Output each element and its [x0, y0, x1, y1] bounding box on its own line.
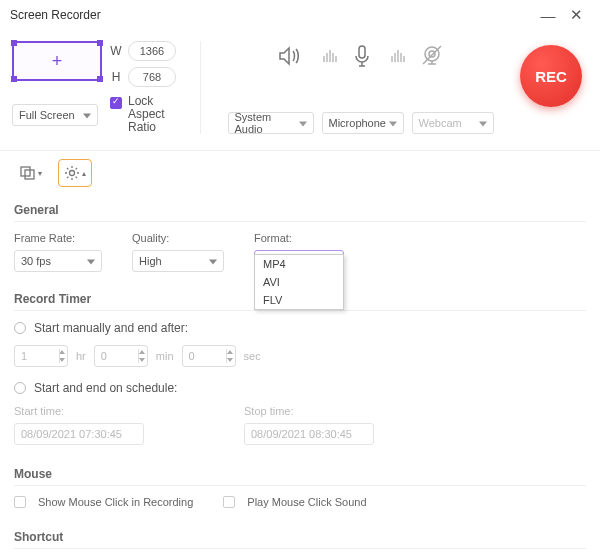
- section-shortcut: Shortcut: [14, 522, 586, 549]
- svg-point-6: [70, 171, 75, 176]
- sec-unit: sec: [244, 350, 261, 362]
- quality-select[interactable]: High: [132, 250, 224, 272]
- capture-mode-select[interactable]: Full Screen: [12, 104, 98, 126]
- click-sound-checkbox[interactable]: [223, 496, 235, 508]
- seconds-input[interactable]: 0: [182, 345, 236, 367]
- hours-input[interactable]: 1: [14, 345, 68, 367]
- microphone-select[interactable]: Microphone: [322, 112, 404, 134]
- format-option-avi[interactable]: AVI: [255, 273, 343, 291]
- top-panel: + W H Full Screen Lock Aspect Ratio Syst…: [0, 31, 600, 151]
- start-time-label: Start time:: [14, 405, 144, 417]
- svg-rect-0: [359, 46, 365, 58]
- mic-level-icon: [391, 50, 405, 62]
- show-click-checkbox[interactable]: [14, 496, 26, 508]
- show-click-label: Show Mouse Click in Recording: [38, 496, 193, 508]
- frame-rate-select[interactable]: 30 fps: [14, 250, 102, 272]
- layout-tab[interactable]: ▾: [14, 159, 48, 187]
- height-label: H: [110, 70, 122, 84]
- manual-end-radio[interactable]: [14, 322, 26, 334]
- width-label: W: [110, 44, 122, 58]
- schedule-label: Start and end on schedule:: [34, 381, 177, 395]
- start-time-input[interactable]: 08/09/2021 07:30:45: [14, 423, 144, 445]
- minimize-button[interactable]: —: [534, 7, 562, 24]
- width-input[interactable]: [128, 41, 176, 61]
- settings-tab[interactable]: ▴: [58, 159, 92, 187]
- manual-end-label: Start manually and end after:: [34, 321, 188, 335]
- section-general: General: [14, 195, 586, 222]
- format-option-flv[interactable]: FLV: [255, 291, 343, 309]
- stop-time-input[interactable]: 08/09/2021 08:30:45: [244, 423, 374, 445]
- record-button[interactable]: REC: [520, 45, 582, 107]
- close-button[interactable]: ✕: [562, 6, 590, 24]
- mic-icon[interactable]: [352, 44, 372, 68]
- minutes-input[interactable]: 0: [94, 345, 148, 367]
- format-option-mp4[interactable]: MP4: [255, 255, 343, 273]
- hr-unit: hr: [76, 350, 86, 362]
- section-mouse: Mouse: [14, 459, 586, 486]
- min-unit: min: [156, 350, 174, 362]
- webcam-icon[interactable]: [420, 44, 444, 68]
- capture-region[interactable]: +: [12, 41, 102, 81]
- format-label: Format:: [254, 232, 344, 244]
- format-dropdown: MP4 AVI FLV: [254, 254, 344, 310]
- stop-time-label: Stop time:: [244, 405, 374, 417]
- lock-aspect-checkbox[interactable]: [110, 97, 122, 109]
- click-sound-label: Play Mouse Click Sound: [247, 496, 366, 508]
- height-input[interactable]: [128, 67, 176, 87]
- quality-label: Quality:: [132, 232, 224, 244]
- titlebar: Screen Recorder — ✕: [0, 0, 600, 31]
- window-title: Screen Recorder: [10, 8, 101, 22]
- speaker-icon[interactable]: [278, 45, 304, 67]
- frame-rate-label: Frame Rate:: [14, 232, 102, 244]
- system-audio-select[interactable]: System Audio: [228, 112, 314, 134]
- lock-aspect-label: Lock Aspect Ratio: [128, 95, 192, 134]
- webcam-select[interactable]: Webcam: [412, 112, 494, 134]
- audio-level-icon: [323, 50, 337, 62]
- schedule-radio[interactable]: [14, 382, 26, 394]
